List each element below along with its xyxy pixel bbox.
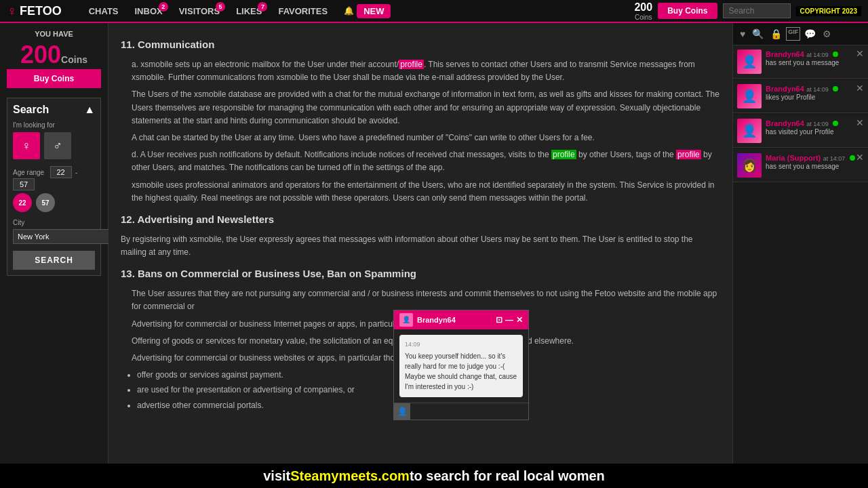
notification-item: 👤 Brandyn64 at 14:09 likes your Profile … <box>733 80 868 113</box>
top-navigation: ♀ FETOO CHATS INBOX 2 VISITORS 5 LIKES 7… <box>0 0 868 23</box>
section-12-body: By registering with xsmobile, the User e… <box>121 233 720 259</box>
age-max-input[interactable] <box>13 178 35 190</box>
gender-buttons: ♀ ♂ <box>13 132 95 159</box>
section-11-b: The Users of the xsmobile database are p… <box>121 88 720 127</box>
age-min-thumb[interactable]: 22 <box>13 193 32 212</box>
notif-time-2: at 14:09 <box>806 86 829 93</box>
notif-time-4: at 14:07 <box>823 155 846 162</box>
age-min-input[interactable] <box>50 166 72 178</box>
online-indicator-2 <box>833 86 838 92</box>
gender-male-button[interactable]: ♂ <box>44 132 71 159</box>
nav-search-input[interactable] <box>723 3 791 18</box>
notif-avatar-3: 👤 <box>737 119 762 143</box>
section-11-e: xsmobile uses professional animators and… <box>121 179 720 205</box>
notif-avatar-2: 👤 <box>737 84 762 108</box>
chat-bubble: 14:09 You keep yourself hidden... so it'… <box>399 335 523 398</box>
notif-close-2[interactable]: ✕ <box>856 83 864 94</box>
search-title: Search <box>13 104 49 116</box>
notif-close-3[interactable]: ✕ <box>856 117 864 128</box>
section-12-title: 12. Advertising and Newsletters <box>121 211 720 228</box>
chat-popup-header: 👤 Brandyn64 ⊡ — ✕ <box>394 310 528 329</box>
nav-favorites[interactable]: FAVORITES <box>271 3 334 19</box>
nav-visitors[interactable]: VISITORS 5 <box>172 3 226 19</box>
notif-content-1: Brandyn64 at 14:09 has sent you a messag… <box>766 49 864 66</box>
visitors-badge: 5 <box>216 2 225 12</box>
section-11-d: d. A User receives push notifications by… <box>121 148 720 174</box>
age-slider: 22 57 <box>13 193 95 212</box>
nav-items: CHATS INBOX 2 VISITORS 5 LIKES 7 FAVORIT… <box>82 1 635 21</box>
coins-display: 200 Coins <box>634 1 652 21</box>
banner-part3: to search for real local women <box>410 468 605 484</box>
section-12-text: By registering with xsmobile, the User e… <box>121 233 720 259</box>
gender-female-button[interactable]: ♀ <box>13 132 40 159</box>
chat-popup: 👤 Brandyn64 ⊡ — ✕ 14:09 You keep yoursel… <box>393 310 529 421</box>
chat-message: You keep yourself hidden... so it's real… <box>405 351 517 392</box>
gif-icon[interactable]: GIF <box>786 27 800 41</box>
notif-content-4: Maria (Support) at 14:07 has sent you a … <box>766 153 864 170</box>
nav-new[interactable]: 🔔 NEW <box>337 1 397 21</box>
online-indicator-3 <box>833 121 838 126</box>
notif-name-4: Maria (Support) <box>766 154 821 162</box>
online-indicator-1 <box>833 52 838 57</box>
nav-chats[interactable]: CHATS <box>82 3 125 19</box>
bottom-banner: visit Steamymeets.com to search for real… <box>0 464 868 488</box>
coins-amount-big: 200Coins <box>7 41 101 69</box>
nav-right: 200 Coins Buy Coins COPYRIGHT 2023 <box>634 1 861 21</box>
settings-icon[interactable]: ⚙ <box>820 27 834 41</box>
logo: ♀ FETOO <box>7 3 62 19</box>
chat-minimize-icon[interactable]: — <box>505 315 513 325</box>
section-13-title: 13. Bans on Commercial or Business Use, … <box>121 266 720 282</box>
banner-part1: visit <box>263 468 290 484</box>
notif-name-3: Brandyn64 <box>766 119 804 127</box>
section-11-a: a. xsmobile sets up an electronic mailbo… <box>121 58 720 84</box>
section-11-title: 11. Communication <box>121 37 720 53</box>
buy-coins-sidebar-button[interactable]: Buy Coins <box>7 69 101 88</box>
logo-icon: ♀ <box>7 3 17 19</box>
search-button[interactable]: SEARCH <box>13 251 95 270</box>
notification-item: 👤 Brandyn64 at 14:09 has sent you a mess… <box>733 45 868 79</box>
chat-resize-icon[interactable]: ⊡ <box>496 315 502 325</box>
notif-text-2: likes your Profile <box>766 94 864 101</box>
city-input-row: ⊕ <box>13 229 95 244</box>
profile-highlight-d2: profile <box>676 150 701 159</box>
chat-icon[interactable]: 💬 <box>802 27 818 41</box>
you-have-label: YOU HAVE <box>7 30 101 38</box>
notif-name-2: Brandyn64 <box>766 85 804 93</box>
search-header: Search ▲ <box>13 104 95 116</box>
notif-close-1[interactable]: ✕ <box>856 48 864 59</box>
looking-for-label: I'm looking for <box>13 121 95 129</box>
profile-highlight-a: profile <box>399 60 424 69</box>
notif-content-2: Brandyn64 at 14:09 likes your Profile <box>766 84 864 101</box>
coins-unit-label: Coins <box>61 54 87 65</box>
likes-badge: 7 <box>258 2 267 12</box>
logo-text: FETOO <box>20 4 62 18</box>
banner-part2: Steamymeets.com <box>290 468 410 484</box>
copyright-badge: COPYRIGHT 2023 <box>796 6 861 16</box>
notif-text-3: has visited your Profile <box>766 128 864 136</box>
icon-toolbar: ♥ 🔍 🔒 GIF 💬 ⚙ <box>733 23 868 45</box>
notif-avatar-1: 👤 <box>737 49 762 74</box>
chat-close-icon[interactable]: ✕ <box>516 315 523 325</box>
city-input[interactable] <box>13 229 116 244</box>
nav-inbox[interactable]: INBOX 2 <box>128 3 170 19</box>
buy-coins-nav-button[interactable]: Buy Coins <box>658 3 717 19</box>
chat-input-row: 👤 <box>394 403 528 420</box>
chat-popup-header-left: 👤 Brandyn64 <box>399 313 456 327</box>
chat-avatar: 👤 <box>399 313 413 327</box>
heart-icon[interactable]: ♥ <box>737 27 748 41</box>
lock-icon[interactable]: 🔒 <box>768 27 785 41</box>
notif-name-1: Brandyn64 <box>766 50 804 58</box>
chat-time: 14:09 <box>405 340 517 350</box>
section-11-c: A chat can be started by the User at any… <box>121 131 720 144</box>
notif-close-4[interactable]: ✕ <box>856 152 864 163</box>
inbox-badge: 2 <box>159 2 168 12</box>
age-max-thumb[interactable]: 57 <box>36 193 55 212</box>
search-collapse-icon[interactable]: ▲ <box>84 104 95 116</box>
search-icon[interactable]: 🔍 <box>749 27 766 41</box>
nav-likes[interactable]: LIKES 7 <box>229 3 269 19</box>
online-indicator-4 <box>850 155 855 161</box>
age-range-label: Age range - <box>13 166 95 190</box>
section-11-body: a. xsmobile sets up an electronic mailbo… <box>121 58 720 205</box>
profile-highlight-d1: profile <box>551 150 576 159</box>
notif-time-3: at 14:09 <box>806 121 829 127</box>
